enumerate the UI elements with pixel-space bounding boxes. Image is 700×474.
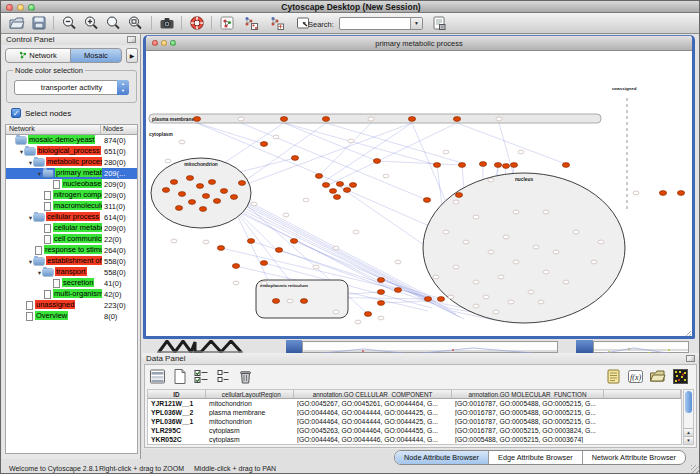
column-header[interactable]: ID bbox=[148, 390, 206, 398]
network-desktop: primary metabolic process plasma membran… bbox=[141, 34, 700, 353]
search-combobox[interactable]: ▼ bbox=[339, 17, 423, 30]
tree-row[interactable]: ▼establishment of lo558(0) bbox=[6, 256, 137, 267]
column-network[interactable]: Network bbox=[6, 125, 101, 134]
node-count: 209(0) bbox=[102, 180, 137, 189]
background-window-fragment[interactable] bbox=[302, 341, 558, 353]
disclosure-triangle-icon[interactable]: ▼ bbox=[27, 259, 34, 265]
table-cell: [GO:0044464, GO:0044446, GO:0044444, G..… bbox=[294, 436, 452, 443]
tab-network[interactable]: Network bbox=[5, 48, 71, 63]
column-nodes[interactable]: Nodes bbox=[101, 125, 137, 134]
network-file-icon bbox=[44, 191, 51, 200]
search-dropdown-arrow-icon[interactable]: ▼ bbox=[410, 18, 422, 29]
import-attributes-folder-icon[interactable] bbox=[649, 368, 668, 386]
tree-row[interactable]: ▼primary metabo209(... bbox=[6, 168, 137, 179]
tree-row[interactable]: ▼biological_process651(0) bbox=[6, 146, 137, 157]
disclosure-triangle-icon[interactable]: ▼ bbox=[36, 270, 43, 276]
tree-row[interactable]: multi-organism pro42(0) bbox=[6, 289, 137, 300]
column-header[interactable]: annotation.GO MOLECULAR_FUNCTION bbox=[452, 390, 604, 398]
disclosure-triangle-icon[interactable]: ▼ bbox=[36, 171, 43, 177]
disclosure-triangle-icon[interactable]: ▼ bbox=[18, 149, 25, 155]
node-color-selection-group: Node color selection transporter activit… bbox=[6, 70, 137, 103]
tree-row[interactable]: macromolecule311(0) bbox=[6, 201, 137, 212]
table-cell: [GO:0044464, GO:0044444, GO:0044425, G..… bbox=[294, 409, 452, 416]
node-count: 558(0) bbox=[102, 257, 137, 266]
column-header[interactable]: _cellularLayoutRegion bbox=[206, 390, 294, 398]
scroll-up-icon[interactable]: ▲ bbox=[684, 428, 693, 436]
table-row[interactable]: YDR039C__1mitochondrion[GO:0044464, GO:0… bbox=[148, 443, 681, 445]
search-options-icon[interactable] bbox=[431, 15, 448, 32]
network-window-title: primary metabolic process bbox=[146, 36, 692, 51]
tree-row[interactable]: ▼cellular process614(0) bbox=[6, 212, 137, 223]
network-label: secretion bbox=[62, 278, 94, 287]
tab-mosaic[interactable]: Mosaic bbox=[70, 48, 122, 63]
column-header[interactable]: annotation.GO CELLULAR_COMPONENT bbox=[294, 390, 452, 398]
folder-icon bbox=[25, 148, 35, 155]
network-canvas[interactable]: plasma membranecytoplasmmitochondrionnuc… bbox=[146, 52, 692, 336]
select-nodes-checkbox[interactable]: ✓ bbox=[11, 108, 21, 118]
background-window-corner[interactable] bbox=[576, 340, 593, 353]
table-row[interactable]: YLR295Ccytoplasm[GO:0045263, GO:0044464,… bbox=[148, 426, 681, 435]
select-nodes-label: Select nodes bbox=[25, 109, 71, 118]
zoom-out-icon[interactable] bbox=[61, 15, 78, 32]
help-lifering-icon[interactable] bbox=[189, 15, 206, 32]
data-panel-content: f(x) ID_cellularLayoutRegionannotation.G… bbox=[144, 364, 697, 448]
node-color-dropdown[interactable]: transporter activity ▲▼ bbox=[14, 80, 129, 95]
tree-row[interactable]: ▼metabolic process280(0) bbox=[6, 157, 137, 168]
table-row[interactable]: YPL036W__2plasma membrane[GO:0044464, GO… bbox=[148, 408, 681, 417]
network-window-titlebar[interactable]: primary metabolic process bbox=[146, 36, 692, 51]
folder-icon bbox=[43, 170, 53, 177]
snapshot-camera-icon[interactable] bbox=[159, 15, 176, 32]
tree-row[interactable]: unassigned223(0) bbox=[6, 300, 137, 311]
float-panel-icon[interactable] bbox=[686, 355, 695, 362]
zoom-selected-region-icon[interactable] bbox=[105, 15, 122, 32]
tree-row[interactable]: secretion41(0) bbox=[6, 278, 137, 289]
zoom-in-icon[interactable] bbox=[83, 15, 100, 32]
network-tree-body: mosaic-demo-yeast874(0)▼biological_proce… bbox=[6, 135, 137, 322]
search-input[interactable] bbox=[341, 18, 409, 29]
table-row[interactable]: YKR052Ccytoplasm[GO:0044464, GO:0044446,… bbox=[148, 435, 681, 444]
control-panel-tabs: Network Mosaic ▶ bbox=[5, 48, 138, 64]
create-new-attribute-icon[interactable] bbox=[171, 368, 190, 386]
tree-row[interactable]: nucleobase-209(0) bbox=[6, 179, 137, 190]
zoom-fit-icon[interactable] bbox=[127, 15, 144, 32]
table-scrollbar[interactable]: ▲ ▼ bbox=[683, 389, 694, 445]
disclosure-triangle-icon[interactable]: ▼ bbox=[27, 160, 34, 166]
network-label: cell communicat bbox=[53, 234, 102, 243]
open-session-icon[interactable] bbox=[9, 15, 26, 32]
group-title: Node color selection bbox=[13, 66, 85, 75]
tab-overflow-button[interactable]: ▶ bbox=[126, 48, 138, 63]
attribute-matrix-icon[interactable] bbox=[672, 368, 691, 386]
attribute-editor-icon[interactable] bbox=[605, 368, 624, 386]
tree-row[interactable]: response to stimulu264(0) bbox=[6, 245, 137, 256]
background-window-corner[interactable] bbox=[286, 340, 302, 353]
dropdown-stepper-icon[interactable]: ▲▼ bbox=[117, 80, 129, 95]
unselect-attributes-icon[interactable] bbox=[215, 368, 234, 386]
function-builder-icon[interactable]: f(x) bbox=[627, 368, 646, 386]
app-window: Cytoscape Desktop (New Session) bbox=[0, 0, 700, 474]
network-tab-icon bbox=[19, 51, 27, 59]
scrollbar-thumb[interactable] bbox=[685, 391, 692, 413]
disclosure-triangle-icon[interactable]: ▼ bbox=[27, 215, 34, 221]
titlebar: Cytoscape Desktop (New Session) bbox=[1, 1, 700, 13]
scroll-down-icon[interactable]: ▼ bbox=[684, 436, 693, 444]
tree-row[interactable]: ▼transport558(0) bbox=[6, 267, 137, 278]
node-count: 311(0) bbox=[102, 202, 137, 211]
expand-network-icon[interactable] bbox=[269, 15, 286, 32]
table-row[interactable]: YPL036W__1mitochondrion[GO:0044464, GO:0… bbox=[148, 417, 681, 426]
float-panel-icon[interactable] bbox=[127, 36, 136, 43]
resize-grip[interactable] bbox=[691, 465, 700, 474]
tree-row[interactable]: cell communicat22(0) bbox=[6, 234, 137, 245]
tree-row[interactable]: Overview8(0) bbox=[6, 311, 137, 322]
table-row[interactable]: YJR121W__1mitochondrion[GO:0045267, GO:0… bbox=[148, 399, 681, 408]
delete-attribute-trash-icon[interactable] bbox=[237, 368, 256, 386]
select-all-attributes-icon[interactable] bbox=[149, 368, 168, 386]
column-header[interactable] bbox=[604, 390, 681, 398]
tree-row[interactable]: nitrogen compo209(0) bbox=[6, 190, 137, 201]
first-neighbors-icon[interactable] bbox=[243, 15, 260, 32]
tree-row[interactable]: mosaic-demo-yeast874(0) bbox=[6, 135, 137, 146]
save-session-icon[interactable] bbox=[31, 15, 48, 32]
select-attributes-icon[interactable] bbox=[193, 368, 212, 386]
vizmapper-icon[interactable] bbox=[219, 15, 236, 32]
tree-row[interactable]: cellular metabo209(0) bbox=[6, 223, 137, 234]
background-window-fragment[interactable] bbox=[593, 341, 689, 353]
